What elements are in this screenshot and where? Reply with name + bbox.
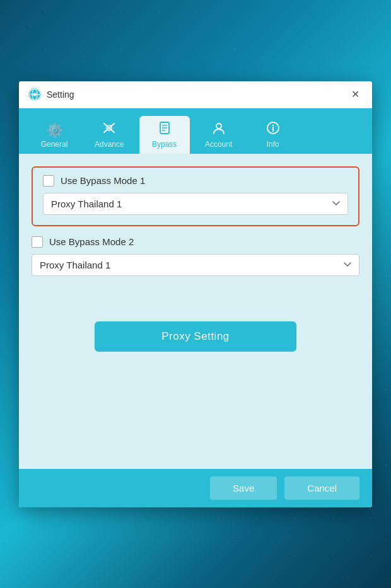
tab-info-label: Info — [267, 140, 279, 149]
svg-point-12 — [216, 124, 221, 129]
tab-advance[interactable]: Advance — [83, 116, 136, 154]
content-area: Use Bypass Mode 1 Proxy Thailand 1 Proxy… — [19, 154, 372, 469]
bypass-mode1-box: Use Bypass Mode 1 Proxy Thailand 1 Proxy… — [32, 166, 359, 226]
tab-advance-label: Advance — [95, 140, 124, 149]
title-bar: Setting ✕ — [19, 81, 372, 108]
proxy-setting-button[interactable]: Proxy Setting — [95, 321, 296, 352]
settings-dialog: Setting ✕ ⚙️ General Advance — [19, 81, 372, 507]
footer: Save Cancel — [19, 469, 372, 507]
tab-account-label: Account — [205, 140, 232, 149]
mode2-label: Use Bypass Mode 2 — [49, 236, 134, 247]
mode1-row: Use Bypass Mode 1 — [43, 175, 348, 187]
info-icon — [266, 121, 280, 137]
mode2-checkbox[interactable] — [32, 236, 43, 248]
general-icon: ⚙️ — [46, 124, 63, 137]
bypass-icon — [158, 121, 172, 137]
mode1-checkbox[interactable] — [43, 175, 54, 187]
bypass-mode2-box: Use Bypass Mode 2 Proxy Thailand 1 Proxy… — [32, 236, 359, 286]
tab-info[interactable]: Info — [248, 116, 298, 154]
tab-bypass-label: Bypass — [152, 140, 177, 149]
svg-point-15 — [272, 124, 274, 125]
dialog-title: Setting — [47, 89, 74, 100]
app-icon — [28, 88, 42, 101]
tab-account[interactable]: Account — [194, 116, 244, 154]
title-bar-left: Setting — [28, 88, 74, 101]
tab-bar: ⚙️ General Advance — [19, 108, 372, 154]
tab-general-label: General — [41, 140, 68, 149]
close-button[interactable]: ✕ — [347, 88, 363, 101]
proxy-setting-area: Proxy Setting — [32, 296, 359, 364]
mode2-row: Use Bypass Mode 2 — [32, 236, 359, 248]
mode1-dropdown[interactable]: Proxy Thailand 1 Proxy Thailand 2 Proxy … — [43, 193, 348, 215]
mode1-label: Use Bypass Mode 1 — [61, 175, 145, 186]
save-button[interactable]: Save — [210, 476, 277, 500]
advance-icon — [102, 121, 116, 137]
tab-general[interactable]: ⚙️ General — [29, 116, 79, 154]
mode2-dropdown[interactable]: Proxy Thailand 1 Proxy Thailand 2 Proxy … — [32, 254, 359, 276]
svg-point-4 — [33, 93, 37, 96]
cancel-button[interactable]: Cancel — [284, 476, 359, 500]
account-icon — [212, 121, 226, 137]
tab-bypass[interactable]: Bypass — [139, 116, 190, 154]
